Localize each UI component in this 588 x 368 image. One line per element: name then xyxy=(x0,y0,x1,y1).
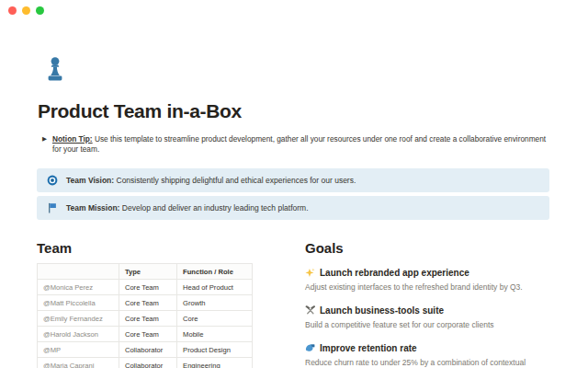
team-table: Type Function / Role @Monica PerezCore T… xyxy=(37,263,253,368)
tip-label: Notion Tip: xyxy=(52,134,93,144)
goals-heading: Goals xyxy=(305,240,549,256)
role-cell[interactable]: Engineering xyxy=(177,358,253,368)
table-row: @Maria CapraniCollaboratorEngineering xyxy=(38,358,253,368)
table-header-row: Type Function / Role xyxy=(38,264,253,280)
toggle-triangle-icon[interactable]: ▶ xyxy=(42,135,47,144)
table-row: @Harold JacksonCore TeamMobile xyxy=(38,327,253,342)
role-cell[interactable]: Product Design xyxy=(177,342,253,358)
type-cell[interactable]: Core Team xyxy=(119,311,176,327)
goal-item: Launch business-tools suite Build a comp… xyxy=(305,305,549,331)
goals-section: Goals Launch rebranded app experience Ad… xyxy=(305,240,549,368)
target-icon xyxy=(47,175,58,186)
goal-description: Reduce churn rate to under 25% by a comb… xyxy=(305,357,549,368)
goal-title[interactable]: Launch rebranded app experience xyxy=(305,268,549,278)
callout-text: Team Mission: Develop and deliver an ind… xyxy=(66,203,309,213)
member-mention-cell[interactable]: @Monica Perez xyxy=(38,280,119,295)
role-cell[interactable]: Head of Product xyxy=(177,280,253,295)
member-mention-cell[interactable]: @Harold Jackson xyxy=(38,327,119,342)
type-cell[interactable]: Core Team xyxy=(119,295,176,311)
table-row: @Matt PiccolellaCore TeamGrowth xyxy=(38,295,253,311)
minimize-button[interactable] xyxy=(22,6,30,15)
role-cell[interactable]: Growth xyxy=(177,295,253,311)
goals-list: Launch rebranded app experience Adjust e… xyxy=(305,268,549,368)
role-cell[interactable]: Mobile xyxy=(177,327,253,342)
goal-item: Improve retention rate Reduce churn rate… xyxy=(305,343,549,368)
goal-item: Launch rebranded app experience Adjust e… xyxy=(305,268,549,293)
team-section: Team Type Function / Role @Monica PerezC… xyxy=(37,240,253,368)
table-row: @Emily FernandezCore TeamCore xyxy=(38,311,253,327)
goal-description: Build a competitive feature set for our … xyxy=(305,319,549,331)
hammer-and-pick-icon xyxy=(305,305,315,316)
close-button[interactable] xyxy=(8,6,17,15)
role-cell[interactable]: Core xyxy=(177,311,253,327)
goal-title[interactable]: Launch business-tools suite xyxy=(305,305,549,316)
member-mention-cell[interactable]: @Maria Caprani xyxy=(38,358,119,368)
two-column-layout: Team Type Function / Role @Monica PerezC… xyxy=(37,240,549,368)
chess-pawn-icon[interactable] xyxy=(44,56,66,82)
header-function-role[interactable]: Function / Role xyxy=(177,264,253,280)
goal-description: Adjust existing interfaces to the refres… xyxy=(305,282,549,293)
member-mention-cell[interactable]: @MP xyxy=(38,342,119,358)
type-cell[interactable]: Core Team xyxy=(119,280,176,295)
flag-icon xyxy=(47,202,58,213)
callouts: Team Vision: Consistently shipping delig… xyxy=(37,168,549,220)
team-table-body: @Monica PerezCore TeamHead of Product@Ma… xyxy=(38,280,253,368)
notion-tip-toggle[interactable]: ▶ Notion Tip: Use this template to strea… xyxy=(42,134,549,155)
table-row: @Monica PerezCore TeamHead of Product xyxy=(38,280,253,295)
member-mention-cell[interactable]: @Matt Piccolella xyxy=(38,295,119,311)
callout-text: Team Vision: Consistently shipping delig… xyxy=(66,176,356,185)
goal-title[interactable]: Improve retention rate xyxy=(305,343,549,353)
type-cell[interactable]: Collaborator xyxy=(119,342,176,358)
type-cell[interactable]: Core Team xyxy=(119,327,176,342)
tip-text: Notion Tip: Use this template to streaml… xyxy=(52,134,549,155)
team-vision-callout[interactable]: Team Vision: Consistently shipping delig… xyxy=(37,168,549,192)
team-mission-callout[interactable]: Team Mission: Develop and deliver an ind… xyxy=(37,196,549,220)
table-row: @MPCollaboratorProduct Design xyxy=(38,342,253,358)
page-content: Product Team in-a-Box ▶ Notion Tip: Use … xyxy=(37,0,549,368)
header-type[interactable]: Type xyxy=(119,264,176,280)
type-cell[interactable]: Collaborator xyxy=(119,358,176,368)
mechanical-arm-icon xyxy=(305,343,315,353)
page-title[interactable]: Product Team in-a-Box xyxy=(38,100,549,122)
header-name[interactable] xyxy=(38,264,119,280)
team-heading: Team xyxy=(37,240,253,256)
member-mention-cell[interactable]: @Emily Fernandez xyxy=(38,311,119,327)
sparkles-icon xyxy=(305,268,315,278)
